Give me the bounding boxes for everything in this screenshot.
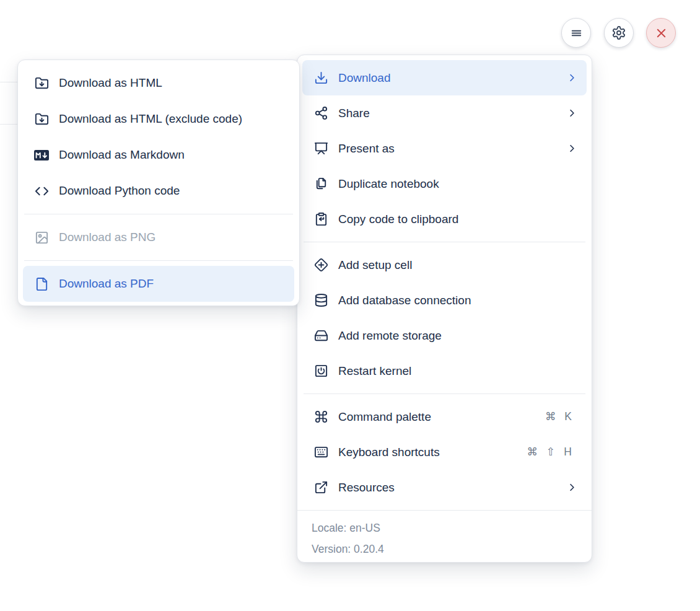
menu-item-duplicate-notebook[interactable]: Duplicate notebook — [302, 166, 587, 201]
presentation-icon — [313, 141, 328, 156]
chevron-right-icon — [566, 107, 578, 119]
menu-item-share[interactable]: Share — [302, 95, 587, 131]
menu-item-label: Add database connection — [338, 294, 471, 307]
menu-item-label: Present as — [338, 142, 395, 156]
menu-item-label: Share — [338, 107, 370, 120]
folder-down-icon — [34, 112, 49, 126]
gear-icon — [611, 25, 626, 40]
menu-item-add-database-connection[interactable]: Add database connection — [302, 283, 587, 318]
menu-item-add-remote-storage[interactable]: Add remote storage — [302, 318, 587, 353]
submenu-item-label: Download as PNG — [59, 231, 155, 244]
code-icon — [34, 183, 49, 198]
menu-item-label: Duplicate notebook — [338, 177, 439, 191]
menu-item-label: Restart kernel — [338, 364, 411, 378]
hard-drive-icon — [313, 328, 328, 343]
image-icon — [34, 230, 49, 245]
menu-item-keyboard-shortcuts[interactable]: Keyboard shortcuts ⌘ ⇧ H — [302, 434, 587, 470]
notebook-actions-menu: Download Share Present as Duplicate note… — [297, 55, 592, 563]
menu-separator — [24, 260, 293, 261]
menu-item-label: Add setup cell — [338, 258, 412, 272]
download-icon — [313, 71, 328, 86]
menu-item-download[interactable]: Download — [302, 60, 587, 95]
version-text: Version: 0.20.4 — [312, 538, 580, 560]
page-divider-line — [0, 82, 19, 82]
menu-item-command-palette[interactable]: Command palette ⌘ K — [302, 399, 587, 434]
shutdown-button[interactable] — [646, 18, 676, 48]
duplicate-icon — [313, 177, 328, 191]
external-link-icon — [313, 480, 328, 495]
close-icon — [654, 26, 668, 40]
submenu-item-label: Download as Markdown — [59, 148, 185, 162]
submenu-item-label: Download as HTML (exclude code) — [59, 112, 242, 126]
page-divider-line — [0, 124, 19, 125]
submenu-item-download-python-code[interactable]: Download Python code — [23, 173, 294, 209]
menu-item-copy-code[interactable]: Copy code to clipboard — [302, 201, 587, 237]
submenu-item-download-as-markdown[interactable]: Download as Markdown — [23, 137, 294, 173]
hamburger-icon — [569, 26, 584, 40]
chevron-right-icon — [566, 72, 578, 84]
keyboard-icon — [313, 445, 328, 460]
file-icon — [34, 276, 49, 291]
shortcut-hint: ⌘ K — [545, 410, 573, 423]
menu-item-label: Add remote storage — [338, 329, 442, 343]
command-icon — [313, 410, 328, 424]
chevron-right-icon — [566, 143, 578, 154]
submenu-item-download-as-png[interactable]: Download as PNG — [23, 219, 294, 255]
chevron-right-icon — [566, 481, 578, 493]
menu-item-label: Keyboard shortcuts — [338, 446, 440, 459]
submenu-item-download-as-html-exclude-code[interactable]: Download as HTML (exclude code) — [23, 101, 294, 137]
menu-footer: Locale: en-US Version: 0.20.4 — [297, 510, 592, 560]
submenu-item-label: Download as PDF — [59, 277, 154, 291]
diamond-plus-icon — [313, 258, 328, 273]
submenu-item-download-as-pdf[interactable]: Download as PDF — [23, 266, 294, 302]
menu-item-label: Command palette — [338, 410, 431, 424]
shortcut-hint: ⌘ ⇧ H — [527, 446, 573, 459]
menu-separator — [304, 242, 585, 242]
submenu-item-label: Download as HTML — [59, 76, 162, 90]
menu-separator — [24, 214, 293, 214]
submenu-item-label: Download Python code — [59, 184, 180, 198]
menu-item-add-setup-cell[interactable]: Add setup cell — [302, 247, 587, 283]
markdown-icon — [34, 147, 49, 162]
menu-item-label: Resources — [338, 481, 395, 495]
menu-item-label: Copy code to clipboard — [338, 213, 458, 226]
download-submenu: Download as HTML Download as HTML (exclu… — [17, 59, 300, 306]
share-icon — [313, 106, 328, 121]
menu-separator — [304, 393, 585, 394]
square-power-icon — [313, 364, 328, 379]
notebook-menu-button[interactable] — [561, 18, 591, 48]
settings-button[interactable] — [604, 18, 634, 48]
database-icon — [313, 293, 328, 308]
submenu-item-download-as-html[interactable]: Download as HTML — [23, 65, 294, 101]
menu-item-present-as[interactable]: Present as — [302, 131, 587, 166]
menu-item-label: Download — [338, 71, 391, 85]
menu-item-resources[interactable]: Resources — [302, 470, 587, 505]
menu-item-restart-kernel[interactable]: Restart kernel — [302, 353, 587, 389]
folder-down-icon — [34, 76, 49, 90]
locale-text: Locale: en-US — [312, 517, 580, 538]
clipboard-copy-icon — [313, 212, 328, 227]
